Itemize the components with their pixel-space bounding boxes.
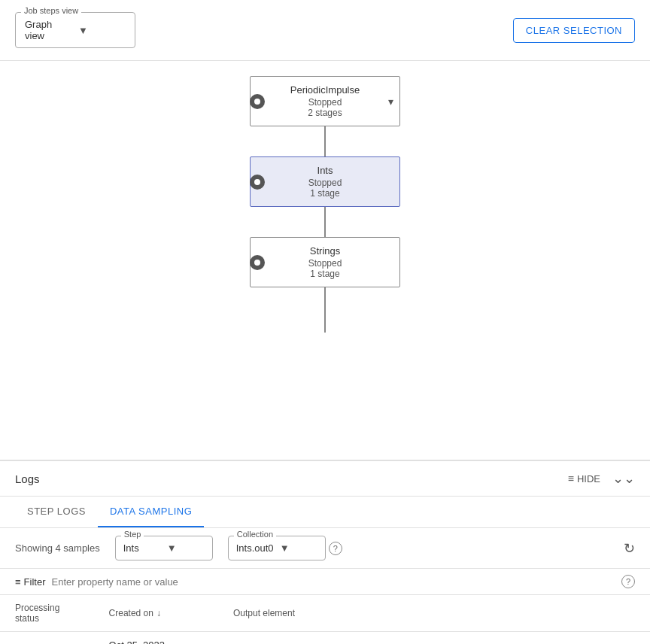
step-value: Ints <box>123 542 161 554</box>
chevron-down-icon: ▼ <box>280 542 317 554</box>
graph-nodes: PeriodicImpulse Stopped 2 stages ▾ Ints … <box>242 76 408 333</box>
node-status: Stopped <box>261 97 389 108</box>
filter-label: Filter <box>24 576 46 588</box>
hide-label: HIDE <box>577 473 600 485</box>
dropdown-value: Graph view <box>25 19 72 41</box>
job-steps-label: Job steps view <box>21 6 81 15</box>
step-field-group: Step Ints ▼ <box>115 536 213 560</box>
node-status: Stopped <box>261 258 389 269</box>
collection-field-label: Collection <box>234 530 276 539</box>
logs-title: Logs <box>15 472 40 485</box>
node-status-icon <box>250 255 265 270</box>
data-table: Processing status Created on ↓ Output el… <box>0 595 650 644</box>
collection-dropdown[interactable]: Ints.out0 ▼ <box>228 536 326 560</box>
job-steps-view: Job steps view Graph view ▼ <box>15 12 135 48</box>
logs-header: Logs ≡ HIDE ⌄⌄ <box>0 461 650 497</box>
output-element-cell: (12345, 1698257225.107, (GlobalWindow,),… <box>218 632 594 645</box>
node-stages: 2 stages <box>261 108 389 118</box>
tab-data-sampling[interactable]: DATA SAMPLING <box>98 497 204 527</box>
filter-bar: ≡ Filter ? <box>0 569 650 595</box>
clear-selection-button[interactable]: CLEAR SELECTION <box>513 18 635 43</box>
table-header-row: Processing status Created on ↓ Output el… <box>0 595 650 632</box>
toolbar: Job steps view Graph view ▼ CLEAR SELECT… <box>0 0 650 61</box>
collection-value: Ints.out0 <box>236 542 274 554</box>
node-stages: 1 stage <box>261 188 389 199</box>
tab-step-logs[interactable]: STEP LOGS <box>15 497 98 527</box>
refresh-button[interactable]: ↻ <box>624 540 635 557</box>
collection-field-group: Collection Ints.out0 ▼ ? <box>228 536 342 560</box>
chevron-down-icon: ▼ <box>167 542 205 554</box>
logs-section: Logs ≡ HIDE ⌄⌄ STEP LOGS DATA SAMPLING S… <box>0 460 650 644</box>
chevron-down-icon[interactable]: ▾ <box>388 96 393 108</box>
th-processing-status: Processing status <box>0 595 94 632</box>
tabs-row: STEP LOGS DATA SAMPLING <box>0 497 650 528</box>
graph-view-dropdown[interactable]: Graph view ▼ <box>15 12 135 48</box>
status-cell <box>0 632 94 645</box>
hide-button[interactable]: ≡ HIDE <box>568 472 600 485</box>
node-title: Ints <box>261 165 389 176</box>
node-strings[interactable]: Strings Stopped 1 stage <box>250 237 400 287</box>
step-field-label: Step <box>121 530 144 539</box>
th-output-element: Output element <box>218 595 594 632</box>
created-on-cell: Oct 25, 2023, 11:07:07 AM <box>94 632 218 645</box>
node-title: Strings <box>261 245 389 257</box>
filter-input[interactable] <box>51 576 615 588</box>
showing-samples-text: Showing 4 samples <box>15 542 100 554</box>
th-actions <box>594 595 650 632</box>
filters-row: Showing 4 samples Step Ints ▼ Collection… <box>0 528 650 569</box>
th-created-on[interactable]: Created on ↓ <box>94 595 218 632</box>
node-connector <box>324 207 326 237</box>
node-status-icon <box>250 94 265 109</box>
sort-arrow-icon: ↓ <box>156 608 161 618</box>
node-connector <box>324 126 326 156</box>
table-row: Oct 25, 2023, 11:07:07 AM (12345, 169825… <box>0 632 650 645</box>
expand-button[interactable]: ⌄⌄ <box>612 470 635 487</box>
filter-help-icon[interactable]: ? <box>621 575 635 588</box>
step-dropdown[interactable]: Ints ▼ <box>115 536 213 560</box>
filter-icon: ≡ <box>15 576 21 588</box>
list-icon: ≡ <box>568 472 574 485</box>
graph-area: PeriodicImpulse Stopped 2 stages ▾ Ints … <box>0 61 650 460</box>
filter-label-group: ≡ Filter <box>15 576 45 588</box>
row-actions-cell: ⌄ ↗ <box>594 632 650 645</box>
collection-help-icon[interactable]: ? <box>329 542 342 555</box>
chevron-down-icon: ▼ <box>78 25 126 36</box>
node-stages: 1 stage <box>261 269 389 279</box>
node-ints[interactable]: Ints Stopped 1 stage <box>250 156 400 207</box>
node-periodicimpulse[interactable]: PeriodicImpulse Stopped 2 stages ▾ <box>250 76 400 126</box>
node-status: Stopped <box>261 178 389 188</box>
node-title: PeriodicImpulse <box>261 84 389 96</box>
node-connector <box>324 287 326 333</box>
node-status-icon <box>250 175 265 190</box>
table-body: Oct 25, 2023, 11:07:07 AM (12345, 169825… <box>0 632 650 645</box>
